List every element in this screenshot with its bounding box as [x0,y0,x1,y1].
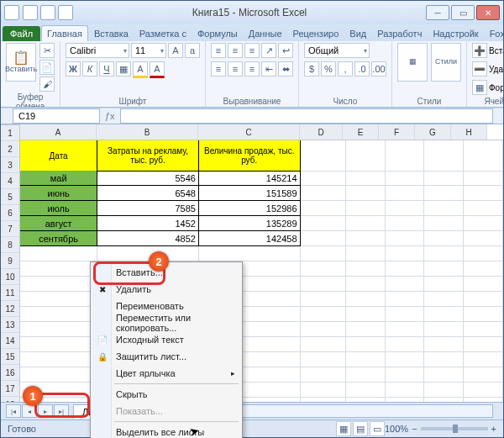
minimize-button[interactable]: ─ [426,5,449,20]
cell[interactable] [346,201,386,216]
view-break-icon[interactable]: ▭ [370,421,385,436]
cell[interactable] [424,292,464,307]
tab-главная[interactable]: Главная [41,25,88,41]
column-header[interactable]: D [300,124,343,140]
cell[interactable]: 1452 [97,216,199,231]
cell[interactable] [424,201,464,216]
tab-рецензиро[interactable]: Рецензиро [288,26,344,41]
menu-item[interactable]: Переместить или скопировать... [92,314,240,331]
format-painter-icon[interactable]: 🖌 [39,77,55,92]
dec-dec-icon[interactable]: .00 [371,61,386,77]
cell[interactable] [464,231,503,246]
column-header[interactable]: A [20,124,97,140]
cell[interactable]: сентябрь [20,231,97,246]
cell[interactable] [301,201,346,216]
cell[interactable] [301,246,346,261]
cell[interactable] [301,337,346,352]
cell[interactable]: август [20,216,97,231]
cell[interactable] [301,261,346,277]
cell[interactable] [301,216,346,231]
row-header[interactable]: 11 [1,285,19,301]
cell[interactable] [20,277,97,292]
tab-nav-next[interactable]: ▸ [38,404,53,418]
tab-формулы[interactable]: Формулы [192,26,243,41]
row-header[interactable]: 4 [1,173,19,189]
tab-file[interactable]: Файл [3,26,40,41]
row-header[interactable]: 2 [1,141,19,157]
styles-button[interactable]: Стили [431,43,461,82]
cell[interactable] [346,277,386,292]
column-header[interactable]: H [451,124,487,140]
cell[interactable] [464,186,503,201]
cell[interactable] [386,307,425,322]
grow-font-icon[interactable]: A [168,43,183,58]
tab-надстройк[interactable]: Надстройк [428,26,483,41]
name-box[interactable]: C19 [13,108,100,124]
cell[interactable] [464,337,503,352]
wrap-icon[interactable]: ↩ [278,43,293,58]
view-normal-icon[interactable]: ▦ [336,421,351,436]
cell[interactable] [301,307,346,322]
cell[interactable] [346,261,386,277]
menu-item[interactable]: 🔒Защитить лист... [92,348,240,365]
cell[interactable] [346,352,386,367]
cell[interactable] [301,186,346,201]
border-icon[interactable]: ▦ [116,61,131,77]
percent-icon[interactable]: % [321,61,336,77]
cell[interactable]: 7585 [97,201,199,216]
cell[interactable]: июнь [20,186,97,201]
format-cells-icon[interactable]: ▦ [472,80,487,95]
cell[interactable] [301,277,346,292]
cell[interactable] [20,261,97,277]
fill-color-icon[interactable]: A [133,61,148,78]
cell[interactable] [464,261,503,277]
tab-nav-last[interactable]: ▸| [54,404,69,418]
row-header[interactable]: 12 [1,301,19,317]
cell[interactable] [386,231,425,246]
cell[interactable]: 6548 [97,186,199,201]
cell[interactable] [20,337,97,352]
cell[interactable] [346,231,386,246]
row-header[interactable]: 16 [1,365,19,381]
zoom-level[interactable]: 100% [385,424,408,434]
maximize-button[interactable]: ▭ [451,5,475,20]
cell[interactable] [301,322,346,337]
cell[interactable] [424,171,464,186]
delete-cells-icon[interactable]: ➖ [472,61,487,77]
cell[interactable] [424,261,464,277]
tab-nav-prev[interactable]: ◂ [22,404,37,418]
cell[interactable] [386,246,425,261]
zoom-in-icon[interactable]: + [491,424,496,434]
menu-item[interactable]: ✖Удалить [92,281,240,298]
cell[interactable] [424,246,464,261]
cell[interactable]: 4852 [97,231,199,246]
cell[interactable] [424,277,464,292]
underline-icon[interactable]: Ч [99,61,114,77]
redo-icon[interactable] [58,5,73,20]
cell[interactable] [464,277,503,292]
inc-dec-icon[interactable]: .0 [354,61,370,77]
cell[interactable] [346,307,386,322]
cell[interactable]: июль [20,201,97,216]
row-header[interactable]: 8 [1,237,19,253]
row-header[interactable]: 1 [1,125,19,141]
cell[interactable] [301,383,346,398]
comma-icon[interactable]: , [338,61,353,77]
column-header[interactable]: E [343,124,379,140]
cell[interactable] [464,292,503,307]
cell[interactable]: Величина продаж, тыс. руб. [199,140,301,172]
number-format-select[interactable]: Общий [304,43,370,58]
cell[interactable] [386,171,425,186]
cell[interactable] [464,367,503,383]
cell[interactable] [346,216,386,231]
cell[interactable] [464,307,503,322]
tab-вставка[interactable]: Вставка [89,26,134,41]
indent-dec-icon[interactable]: ⇤ [261,61,276,77]
cell[interactable] [424,322,464,337]
cell[interactable] [424,337,464,352]
cell[interactable] [464,171,503,186]
cell[interactable] [346,383,386,398]
cell[interactable] [301,171,346,186]
tab-разметка с[interactable]: Разметка с [134,26,192,41]
menu-item[interactable]: Переименовать [92,298,240,314]
